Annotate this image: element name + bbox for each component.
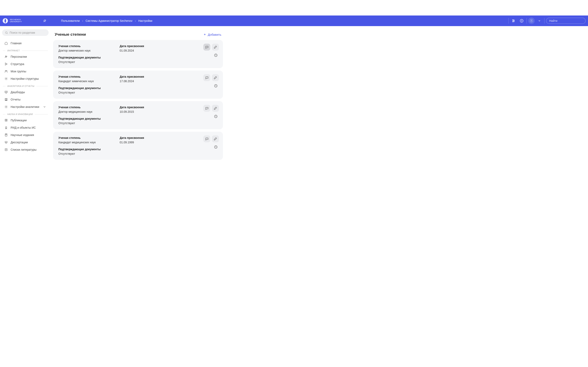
history-icon[interactable] [214, 145, 218, 150]
sidebar-item-dissertations[interactable]: Диссертации [2, 139, 49, 146]
svg-line-17 [7, 33, 8, 34]
degree-label: Ученая степень [58, 106, 107, 109]
edit-button[interactable] [212, 105, 219, 112]
degree-label: Ученая степень [58, 44, 107, 48]
sidebar-search[interactable] [2, 29, 49, 36]
sidebar-item-dashboards[interactable]: Дашборды [2, 89, 49, 96]
svg-point-28 [6, 127, 7, 128]
degree-card: Ученая степень Доктор химических наук Да… [53, 40, 223, 68]
docs-value: Отсутствуют [58, 152, 107, 155]
svg-point-18 [5, 56, 6, 57]
search-input[interactable] [549, 19, 585, 22]
sidebar-item-bibliography[interactable]: Списки литературы [2, 146, 49, 153]
help-icon[interactable] [518, 17, 525, 24]
tree-icon [4, 62, 8, 66]
sidebar-item-label: Структура [11, 62, 24, 66]
breadcrumb-item-1[interactable]: Системы Администратор Sechenov [86, 19, 132, 22]
sidebar-item-label: Диссертации [11, 141, 28, 144]
svg-point-5 [513, 20, 513, 20]
comment-icon [205, 45, 209, 49]
nav-group-intranet: ИНТРАНЕТ [2, 47, 49, 53]
global-search[interactable] [546, 18, 586, 24]
users-icon [4, 55, 8, 58]
nav-group-label: АНАЛИТИКА И ОТЧЕТЫ [7, 85, 34, 87]
sidebar-search-input[interactable] [9, 31, 46, 34]
comment-button[interactable] [203, 44, 210, 50]
comment-icon [205, 107, 209, 110]
sidebar-item-label: Главная [11, 42, 21, 45]
list-icon [4, 148, 8, 151]
chevron-right-icon: › [135, 19, 136, 22]
date-label: Дата присвоения [120, 106, 169, 109]
comment-icon [205, 137, 209, 141]
sidebar-item-label: Дашборды [11, 91, 25, 94]
graduation-icon [4, 141, 8, 144]
pencil-icon [214, 45, 217, 49]
date-value: 01.09.1999 [120, 141, 169, 144]
edit-button[interactable] [212, 135, 219, 142]
svg-point-22 [7, 64, 7, 64]
svg-point-27 [6, 106, 7, 107]
book-icon [4, 98, 8, 101]
chevron-down-icon[interactable] [536, 17, 543, 24]
nav-group-label: ИНТРАНЕТ [7, 49, 20, 52]
docs-value: Отсутствуют [58, 60, 107, 64]
chevron-down-icon [43, 105, 46, 108]
comment-button[interactable] [203, 74, 210, 81]
pin-icon[interactable] [42, 17, 48, 24]
history-icon[interactable] [214, 115, 218, 119]
award-icon [4, 126, 8, 129]
comment-button[interactable] [203, 105, 210, 112]
gear-icon [4, 105, 8, 108]
nav-group-science: НАУКА И ИННОВАЦИИ [2, 110, 49, 117]
avatar[interactable] [528, 18, 535, 24]
sidebar-item-personnel[interactable]: Персоналии [2, 53, 49, 60]
svg-point-23 [5, 70, 6, 71]
sidebar-item-label: Персоналии [11, 55, 27, 58]
svg-rect-13 [531, 20, 532, 21]
sidebar-item-ip[interactable]: РИД и объекты ИС [2, 124, 49, 131]
divider [544, 18, 545, 24]
sidebar-item-journals[interactable]: Научные издания [2, 131, 49, 139]
comment-button[interactable] [203, 135, 210, 142]
degree-card: Ученая степень Кандидат медицинских наук… [53, 132, 223, 160]
clock-icon [214, 115, 218, 118]
sidebar-item-structure[interactable]: Структура [2, 60, 49, 68]
logo[interactable]: SECHENOV UNIVERSITY [2, 18, 22, 24]
sidebar-item-label: Настройки аналитики [11, 105, 39, 108]
add-button[interactable]: Добавить [203, 33, 221, 36]
app-header: SECHENOV UNIVERSITY Пользователи › Систе… [0, 16, 588, 26]
settings-sliders-icon[interactable] [510, 17, 517, 24]
date-value: 10.09.2015 [120, 110, 169, 113]
svg-point-25 [6, 78, 7, 79]
sidebar-item-label: Научные издания [11, 133, 34, 137]
breadcrumb-item-0[interactable]: Пользователи [61, 19, 80, 22]
presentation-icon [4, 91, 8, 94]
edit-button[interactable] [212, 44, 219, 50]
gear-icon [4, 77, 8, 80]
degree-card: Ученая степень Кандидат химических наук … [53, 71, 223, 99]
page-title: Ученые степени [55, 32, 86, 37]
degree-value: Кандидат химических наук [58, 80, 107, 83]
sidebar-item-reports[interactable]: Отчеты [2, 96, 49, 103]
sidebar-item-analytics-settings[interactable]: Настройки аналитики [2, 103, 49, 110]
nav-group-analytics: АНАЛИТИКА И ОТЧЕТЫ [2, 82, 49, 89]
pencil-icon [214, 137, 217, 141]
breadcrumb-item-2[interactable]: Настройки [138, 19, 152, 22]
sidebar-item-label: РИД и объекты ИС [11, 126, 36, 129]
history-icon[interactable] [214, 53, 218, 58]
sidebar-item-label: Настройки структуры [11, 77, 39, 80]
sidebar-item-home[interactable]: Главная [2, 40, 49, 47]
edit-button[interactable] [212, 74, 219, 81]
sidebar-item-groups[interactable]: Мои группы [2, 68, 49, 75]
date-value: 17.08.2024 [120, 80, 169, 83]
date-label: Дата присвоения [120, 75, 169, 78]
date-label: Дата присвоения [120, 44, 169, 48]
date-value: 01.09.2024 [120, 49, 169, 52]
sidebar-item-publications[interactable]: Публикации [2, 117, 49, 124]
history-icon[interactable] [214, 84, 218, 88]
sidebar-item-label: Отчеты [11, 98, 20, 101]
home-icon [4, 42, 8, 45]
search-icon [5, 31, 8, 34]
sidebar-item-structure-settings[interactable]: Настройки структуры [2, 75, 49, 82]
